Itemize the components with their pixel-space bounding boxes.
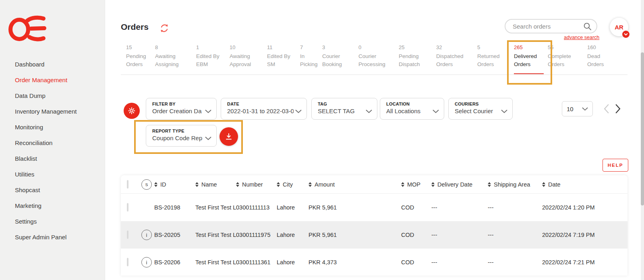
cell-delivery-date: ---: [431, 259, 488, 265]
tab-edited-by-ebm[interactable]: 1 Edited By EBM: [196, 44, 230, 74]
search-input[interactable]: [512, 23, 583, 30]
filter-by-dropdown[interactable]: FILTER BY Order Creation Da: [146, 98, 217, 120]
tab-awaiting-assigning[interactable]: 8 Awaiting Assigning: [155, 44, 196, 74]
column-header[interactable]: Number: [242, 181, 263, 188]
download-report-button[interactable]: [219, 127, 238, 146]
help-button[interactable]: HELP: [603, 159, 628, 172]
report-type-dropdown[interactable]: REPORT TYPE Coupon Code Rep: [146, 125, 217, 147]
location-dropdown[interactable]: LOCATION All Locations: [380, 98, 444, 120]
sidebar-item-marketing[interactable]: Marketing: [15, 201, 77, 210]
gear-icon: [128, 107, 136, 115]
chevron-down-icon: [295, 108, 302, 115]
sidebar-item-utilities[interactable]: Utilities: [15, 170, 77, 179]
sidebar-item-settings[interactable]: Settings: [15, 217, 77, 226]
tab-dispatched-orders[interactable]: 32 Dispatched Orders: [436, 44, 477, 74]
currency-badge-icon[interactable]: s: [141, 179, 152, 190]
row-checkbox[interactable]: [127, 203, 128, 212]
search-box: [505, 19, 597, 33]
dropdown-value: 2022-01-31 to 2022-03-01: [227, 108, 294, 114]
tab-label: Booking: [322, 60, 358, 69]
sort-icon[interactable]: [236, 182, 239, 187]
sidebar-item-monitoring[interactable]: Monitoring: [15, 122, 77, 132]
sort-icon[interactable]: [431, 182, 435, 187]
table-row[interactable]: i BS-20205 Test First Test L... 03001111…: [121, 221, 627, 249]
chevron-down-icon: [205, 135, 211, 142]
select-all-checkbox[interactable]: [127, 180, 128, 189]
sort-icon[interactable]: [195, 182, 199, 187]
prev-page-icon[interactable]: [604, 104, 610, 114]
cell-date: 2022/02/24 7:19 PM: [542, 232, 627, 238]
info-icon[interactable]: i: [141, 257, 152, 268]
sidebar-item-reconciliation[interactable]: Reconciliation: [15, 138, 77, 147]
dropdown-label: DATE: [227, 102, 294, 106]
column-header[interactable]: Delivery Date: [437, 181, 472, 188]
tab-dead-orders[interactable]: 160 Dead Orders: [587, 44, 627, 74]
tab-delivered-orders[interactable]: 265 Delivered Orders: [508, 44, 548, 74]
tab-courier-booking[interactable]: 3 Courier Booking: [322, 44, 358, 74]
tab-count: 265: [514, 44, 548, 52]
column-header[interactable]: Name: [201, 181, 217, 188]
tab-edited-by-sm[interactable]: 11 Edited By SM: [267, 44, 300, 74]
tab-label: Courier: [322, 52, 358, 61]
info-icon[interactable]: i: [141, 230, 152, 240]
next-page-icon[interactable]: [615, 104, 621, 114]
row-checkbox[interactable]: [127, 230, 128, 239]
sort-icon[interactable]: [154, 182, 157, 187]
tab-courier-processing[interactable]: 0 Courier Processing: [358, 44, 399, 74]
dropdown-value: All Locations: [386, 108, 431, 114]
column-header[interactable]: Date: [548, 181, 561, 188]
sidebar-item-super-admin-panel[interactable]: Super Admin Panel: [15, 232, 77, 242]
tab-label: Awaiting: [230, 52, 267, 61]
column-header[interactable]: City: [283, 181, 293, 188]
cell-number: 03001111113: [236, 204, 277, 211]
tab-count: 25: [399, 44, 436, 52]
sidebar-item-dashboard[interactable]: Dashboard: [15, 60, 77, 69]
user-avatar[interactable]: AR: [610, 18, 628, 36]
chevron-down-icon: [205, 108, 211, 115]
refresh-icon[interactable]: [159, 23, 169, 33]
page-title: Orders: [121, 22, 149, 32]
avatar-chevron-down-icon[interactable]: [622, 31, 630, 38]
column-header[interactable]: Shipping Area: [494, 181, 530, 188]
sort-icon[interactable]: [542, 182, 545, 187]
table-row[interactable]: i BS-20206 Test First Test L... 03001111…: [121, 249, 627, 276]
sort-icon[interactable]: [277, 182, 280, 187]
cell-city: Lahore: [277, 232, 309, 238]
tag-dropdown[interactable]: TAG SELECT TAG: [311, 98, 377, 120]
tab-in-picking[interactable]: 7 In Picking: [300, 44, 322, 74]
tab-label: Orders: [548, 60, 587, 69]
tab-returned-orders[interactable]: 5 Returned Orders: [477, 44, 508, 74]
column-header[interactable]: MOP: [407, 181, 420, 188]
cell-city: Lahore: [277, 204, 309, 211]
cell-id: BS-20198: [154, 204, 195, 211]
company-logo-icon: [8, 15, 48, 44]
advance-search-link[interactable]: advance search: [564, 35, 599, 40]
tab-awaiting-approval[interactable]: 10 Awaiting Approval: [230, 44, 267, 74]
sort-icon[interactable]: [488, 182, 491, 187]
date-range-dropdown[interactable]: DATE 2022-01-31 to 2022-03-01: [221, 98, 307, 120]
sidebar-item-blacklist[interactable]: Blacklist: [15, 154, 77, 163]
filter-settings-button[interactable]: [124, 103, 140, 119]
cell-city: Lahore: [277, 259, 309, 265]
search-icon[interactable]: [583, 22, 592, 31]
sidebar-item-data-dump[interactable]: Data Dump: [15, 91, 77, 100]
tab-pending-dispatch[interactable]: 25 Pending Dispatch: [399, 44, 436, 74]
column-header[interactable]: Amount: [315, 181, 335, 188]
cell-name: Test First Test L...: [195, 232, 236, 238]
sidebar-item-order-management[interactable]: Order Management: [15, 75, 77, 85]
scrollbar-thumb[interactable]: [641, 52, 644, 205]
sort-icon[interactable]: [401, 182, 404, 187]
page-size-select[interactable]: 10: [562, 101, 593, 116]
couriers-dropdown[interactable]: COURIERS Select Courier: [448, 98, 513, 120]
table-row[interactable]: BS-20198 Test First Test L... 0300111111…: [121, 194, 627, 221]
tab-count: 5: [477, 44, 508, 52]
sidebar: Dashboard Order Management Data Dump Inv…: [0, 0, 105, 280]
tab-pending-orders[interactable]: 15 Pending Orders: [126, 44, 155, 74]
sidebar-item-shopcast[interactable]: Shopcast: [15, 185, 77, 195]
sidebar-item-inventory-management[interactable]: Inventory Management: [15, 107, 77, 116]
tab-complete-orders[interactable]: 55 Complete Orders: [548, 44, 587, 74]
column-header[interactable]: ID: [160, 181, 166, 188]
chevron-down-icon: [582, 107, 588, 111]
row-checkbox[interactable]: [127, 258, 128, 266]
sort-icon[interactable]: [309, 182, 312, 187]
